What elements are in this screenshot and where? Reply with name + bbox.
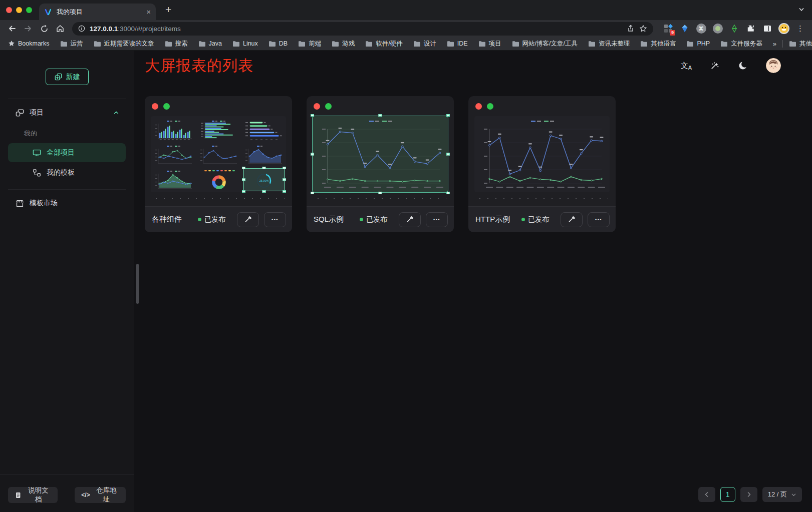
more-actions-button[interactable]: ••• [264, 212, 286, 227]
selection-handle[interactable] [379, 114, 382, 117]
project-preview[interactable]: 25.00% [151, 116, 286, 192]
selection-handle[interactable] [242, 179, 245, 181]
extensions-puzzle-icon[interactable] [744, 22, 757, 36]
selection-handle[interactable] [262, 190, 266, 193]
dotted-divider [152, 198, 285, 200]
bookmark-folder[interactable]: 项目 [478, 40, 501, 48]
folder-icon [165, 41, 172, 47]
selection-handle[interactable] [311, 153, 314, 156]
tab-strip: 我的项目 × + [0, 0, 812, 20]
address-bar[interactable]: 127.0.0.1:3000/#/project/items [72, 22, 653, 36]
bookmark-star-icon[interactable] [639, 25, 647, 33]
bookmark-folder[interactable]: DB [268, 40, 288, 48]
mini-chart-gauge[interactable]: 25.00% [244, 169, 284, 191]
bookmarks-root[interactable]: Bookmarks [8, 40, 50, 47]
document-icon [15, 491, 22, 499]
project-card[interactable]: SQL示例 已发布 ••• [307, 96, 454, 232]
bookmark-folder[interactable]: 文件服务器 [720, 40, 762, 48]
extension-badge: 9 [670, 30, 675, 36]
bookmark-folder[interactable]: Linux [232, 40, 258, 48]
project-card[interactable]: HTTP示例 已发布 ••• [468, 96, 616, 232]
magic-wand-icon[interactable] [710, 61, 720, 71]
bookmark-folder[interactable]: 游戏 [332, 40, 355, 48]
extension-grid-icon[interactable]: 9 [661, 22, 675, 36]
selection-handle[interactable] [446, 192, 450, 194]
share-icon[interactable] [627, 25, 635, 33]
scrollbar-thumb[interactable] [136, 264, 139, 304]
docs-button[interactable]: 说明文档 [8, 487, 58, 503]
more-actions-button[interactable]: ••• [426, 212, 448, 227]
bookmark-folder[interactable]: 网站/博客/文章/工具 [512, 40, 578, 48]
selection-handle[interactable] [283, 190, 286, 193]
current-page-button[interactable]: 1 [720, 487, 735, 502]
chevron-up-icon[interactable] [113, 109, 120, 116]
browser-tab[interactable]: 我的项目 × [39, 4, 156, 20]
tab-search-icon[interactable] [798, 6, 805, 15]
dark-mode-moon-icon[interactable] [738, 61, 748, 71]
extension-gem-icon[interactable] [678, 22, 691, 36]
other-bookmarks-folder[interactable]: 其他书签 [789, 40, 812, 48]
bookmark-folder[interactable]: 软件/硬件 [365, 40, 402, 48]
edit-project-button[interactable] [399, 212, 421, 227]
selection-handle[interactable] [311, 192, 314, 194]
selection-handle[interactable] [262, 167, 266, 169]
maximize-window-button[interactable] [26, 7, 32, 13]
selection-handle[interactable] [379, 192, 382, 194]
forward-icon[interactable] [21, 22, 35, 36]
selection-handle[interactable] [242, 167, 245, 169]
user-avatar[interactable] [766, 58, 781, 73]
selection-handle[interactable] [242, 190, 245, 193]
more-actions-button[interactable]: ••• [588, 212, 610, 227]
extension-record-icon[interactable] [711, 22, 724, 36]
project-preview[interactable] [313, 116, 448, 192]
bookmark-folder[interactable]: 运营 [60, 40, 83, 48]
bookmark-folder[interactable]: 近期需要读的文章 [94, 40, 154, 48]
repo-button[interactable]: </> 仓库地址 [75, 487, 126, 503]
next-page-button[interactable] [740, 487, 757, 502]
sidebar-item-project[interactable]: 项目 [8, 103, 126, 122]
browser-menu-icon[interactable]: ⋮ [793, 22, 807, 36]
sidebar-item-all-projects[interactable]: 全部项目 [8, 143, 126, 162]
bookmark-folder[interactable]: PHP [686, 40, 710, 48]
bookmarks-overflow-icon[interactable]: » [773, 40, 776, 48]
site-info-icon[interactable] [78, 25, 85, 32]
selection-handle[interactable] [446, 114, 450, 117]
selection-handle[interactable] [311, 114, 314, 117]
side-panel-icon[interactable] [760, 22, 774, 36]
tab-close-icon[interactable]: × [146, 8, 151, 16]
sidebar-item-template-market[interactable]: 模板市场 [8, 194, 126, 213]
reload-icon[interactable] [37, 22, 51, 36]
close-window-button[interactable] [6, 7, 12, 13]
bookmark-folder[interactable]: 设计 [413, 40, 436, 48]
bookmark-folder[interactable]: 资讯未整理 [588, 40, 630, 48]
extension-star-icon[interactable] [727, 22, 741, 36]
project-card[interactable]: 25.00% 各种组件 已发布 ••• [145, 96, 292, 232]
minimize-window-button[interactable] [16, 7, 22, 13]
new-project-button[interactable]: 新建 [46, 69, 89, 85]
sidebar-item-my-templates[interactable]: 我的模板 [8, 163, 126, 182]
selection-handle[interactable] [283, 167, 286, 169]
edit-project-button[interactable] [237, 212, 259, 227]
selection-handle[interactable] [283, 179, 286, 181]
divider [8, 99, 126, 99]
bookmark-folder[interactable]: Java [198, 40, 222, 48]
mini-chart-donut [199, 169, 239, 191]
bookmark-folder[interactable]: 搜索 [165, 40, 188, 48]
folder-icon [298, 41, 306, 47]
bookmark-folder[interactable]: 其他语言 [640, 40, 676, 48]
edit-project-button[interactable] [561, 212, 583, 227]
bookmark-folder[interactable]: 前端 [298, 40, 321, 48]
profile-avatar-icon[interactable] [777, 22, 790, 36]
language-icon[interactable]: 文A [681, 61, 692, 71]
home-icon[interactable] [53, 22, 67, 36]
bookmark-folder[interactable]: IDE [447, 40, 468, 48]
status-badge: 已发布 [198, 215, 225, 224]
prev-page-button[interactable] [698, 487, 715, 502]
project-preview[interactable] [474, 116, 610, 192]
tab-title: 我的项目 [57, 8, 142, 17]
back-icon[interactable] [5, 22, 19, 36]
selection-handle[interactable] [446, 153, 450, 156]
new-tab-button[interactable]: + [165, 4, 171, 15]
extension-command-icon[interactable]: ⌘ [694, 22, 708, 36]
page-size-select[interactable]: 12 / 页 [762, 487, 802, 502]
